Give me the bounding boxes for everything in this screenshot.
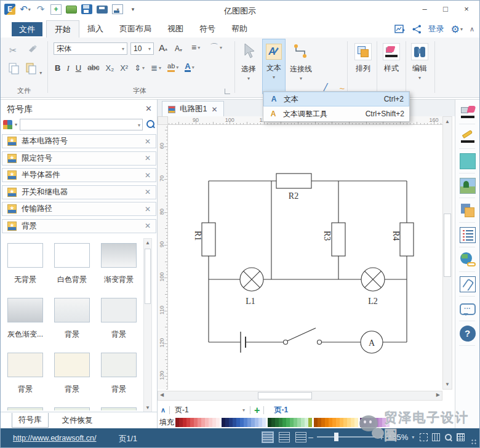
page-layout-view-icon[interactable] bbox=[279, 432, 290, 442]
scroll-up-icon[interactable]: ▲ bbox=[443, 119, 452, 124]
minimize-button[interactable]: – bbox=[414, 1, 435, 17]
grow-font-button[interactable]: A▴ bbox=[159, 44, 167, 52]
background-thumbnail[interactable] bbox=[95, 402, 142, 410]
background-thumbnail[interactable] bbox=[49, 402, 95, 410]
scroll-down-icon[interactable]: ▼ bbox=[144, 405, 151, 410]
library-section[interactable]: ★传输路径✕ bbox=[2, 202, 156, 216]
dropdown-caret-icon[interactable]: ▾ bbox=[15, 122, 17, 127]
fill-color-swatch[interactable] bbox=[262, 418, 266, 427]
cut-icon[interactable]: ✂ bbox=[9, 45, 17, 56]
fit-selection-icon[interactable] bbox=[420, 433, 428, 441]
close-button[interactable]: × bbox=[456, 1, 477, 17]
scroll-right-icon[interactable]: ▶ bbox=[436, 392, 440, 398]
curved-text-button[interactable]: ⌒▾ bbox=[210, 44, 222, 52]
background-thumbnail[interactable]: 背景 bbox=[95, 293, 142, 348]
close-section-icon[interactable]: ✕ bbox=[145, 205, 151, 214]
font-color-button[interactable]: A▾ bbox=[185, 62, 194, 72]
quick-color-icon[interactable] bbox=[460, 153, 476, 169]
scroll-up-icon[interactable]: ▲ bbox=[144, 240, 151, 246]
line-style-icon-cell[interactable] bbox=[455, 124, 479, 149]
scrollbar-thumb[interactable] bbox=[145, 249, 151, 304]
background-thumbnail[interactable]: 灰色渐变... bbox=[2, 293, 49, 348]
maximize-button[interactable]: □ bbox=[435, 1, 456, 17]
layers-icon-cell[interactable] bbox=[455, 198, 479, 223]
normal-view-icon[interactable] bbox=[262, 432, 273, 442]
close-section-icon[interactable]: ✕ bbox=[145, 188, 151, 196]
collapse-pages-icon[interactable]: ∧ bbox=[161, 406, 166, 414]
add-page-button[interactable]: + bbox=[254, 407, 260, 414]
style-button[interactable]: 样式 bbox=[378, 39, 404, 94]
menu-tab[interactable]: 页面布局 bbox=[111, 20, 159, 38]
file-menu-button[interactable]: 文件 bbox=[12, 22, 42, 36]
resize-grip[interactable] bbox=[471, 439, 477, 445]
line-spacing-button[interactable]: ⇕▾ bbox=[134, 64, 145, 72]
fill-color-swatch[interactable] bbox=[354, 418, 358, 427]
select-tool-button[interactable]: 选择 ▾ bbox=[236, 39, 261, 94]
sidebar-tab[interactable]: 文件恢复 bbox=[56, 414, 99, 428]
notes-icon-cell[interactable] bbox=[455, 223, 479, 247]
search-icon[interactable] bbox=[145, 119, 155, 129]
library-section[interactable]: ★半导体器件✕ bbox=[2, 168, 156, 182]
collapse-ribbon-icon[interactable]: ∧ bbox=[470, 25, 474, 33]
fill-color-swatch[interactable] bbox=[308, 418, 312, 427]
fill-color-swatch[interactable] bbox=[216, 418, 220, 427]
background-thumbnail[interactable]: 背景 bbox=[2, 348, 49, 402]
close-panel-icon[interactable]: ✕ bbox=[145, 104, 152, 113]
scroll-down-icon[interactable]: ▼ bbox=[443, 382, 452, 387]
paste-icon[interactable] bbox=[8, 62, 19, 76]
font-name-combobox[interactable]: 宋体 ▾ bbox=[54, 42, 127, 55]
quick-color-icon-cell[interactable] bbox=[455, 149, 479, 174]
paste-special-icon[interactable]: ▾ bbox=[25, 62, 42, 76]
library-section[interactable]: ★开关和继电器✕ bbox=[2, 185, 156, 199]
library-search-input[interactable]: ▾ bbox=[20, 119, 143, 130]
menu-tab[interactable]: 开始 bbox=[46, 20, 79, 38]
scroll-left-icon[interactable]: ◀ bbox=[160, 392, 164, 398]
zoom-in-button[interactable]: + bbox=[379, 432, 384, 442]
line-style-icon[interactable] bbox=[460, 129, 476, 145]
text-highlight-button[interactable]: ab▾ bbox=[167, 62, 178, 72]
drawing-canvas[interactable]: R2 R1 R3 R4 L1 L2 A bbox=[168, 125, 442, 390]
arrange-button[interactable]: 排列 bbox=[351, 39, 375, 94]
library-section[interactable]: ★基本电路符号✕ bbox=[2, 134, 156, 148]
close-section-icon[interactable]: ✕ bbox=[145, 154, 151, 162]
help-icon[interactable]: ? bbox=[460, 326, 476, 342]
background-thumbnail[interactable]: 背景 bbox=[95, 348, 142, 402]
presentation-view-icon[interactable] bbox=[295, 432, 306, 442]
menu-tab[interactable]: 视图 bbox=[159, 20, 191, 38]
share-icon[interactable] bbox=[412, 25, 422, 34]
text-align-button[interactable]: ≡▾ bbox=[191, 44, 200, 52]
close-section-icon[interactable]: ✕ bbox=[145, 171, 151, 180]
underline-button[interactable]: U bbox=[76, 64, 81, 72]
library-section[interactable]: ★背景✕ bbox=[2, 219, 156, 233]
scrollbar-thumb[interactable] bbox=[444, 214, 451, 277]
login-button[interactable]: 登录 bbox=[428, 23, 444, 34]
zoom-area-icon[interactable] bbox=[444, 433, 452, 441]
export-image-icon[interactable] bbox=[394, 25, 406, 34]
subscript-button[interactable]: X₂ bbox=[105, 64, 114, 72]
background-thumbnail[interactable]: 白色背景 bbox=[49, 238, 95, 293]
scrollbar-thumb[interactable] bbox=[258, 392, 312, 399]
insert-picture-icon[interactable] bbox=[460, 178, 476, 194]
hyperlink-icon[interactable] bbox=[460, 252, 476, 268]
background-thumbnail[interactable]: 无背景 bbox=[2, 238, 49, 293]
fill-color-swatch[interactable] bbox=[386, 418, 390, 427]
background-thumbnail[interactable]: 渐变背景 bbox=[95, 238, 142, 293]
shrink-font-button[interactable]: A▾ bbox=[175, 45, 182, 53]
edit-button[interactable]: 编辑 ▾ bbox=[407, 39, 432, 94]
format-painter-icon[interactable] bbox=[28, 45, 38, 55]
library-icon[interactable] bbox=[3, 120, 12, 129]
italic-button[interactable]: I bbox=[66, 64, 69, 72]
close-section-icon[interactable]: ✕ bbox=[145, 137, 151, 146]
background-thumbnail[interactable] bbox=[2, 402, 49, 410]
notes-icon[interactable] bbox=[460, 227, 476, 243]
settings-gear-icon[interactable]: ⚙▾ bbox=[451, 23, 463, 35]
menu-tab[interactable]: 符号 bbox=[191, 20, 223, 38]
text-tool-button[interactable]: A 文本 ▾ bbox=[262, 39, 286, 94]
layers-icon[interactable] bbox=[460, 202, 476, 218]
library-section[interactable]: ★限定符号✕ bbox=[2, 151, 156, 166]
document-tab[interactable]: 电路图1 ✕ bbox=[162, 101, 224, 117]
comment-icon[interactable]: ··· bbox=[460, 303, 476, 315]
grid-toggle-icon[interactable] bbox=[457, 433, 465, 441]
zoom-out-button[interactable]: – bbox=[308, 432, 313, 442]
close-document-icon[interactable]: ✕ bbox=[211, 105, 217, 114]
